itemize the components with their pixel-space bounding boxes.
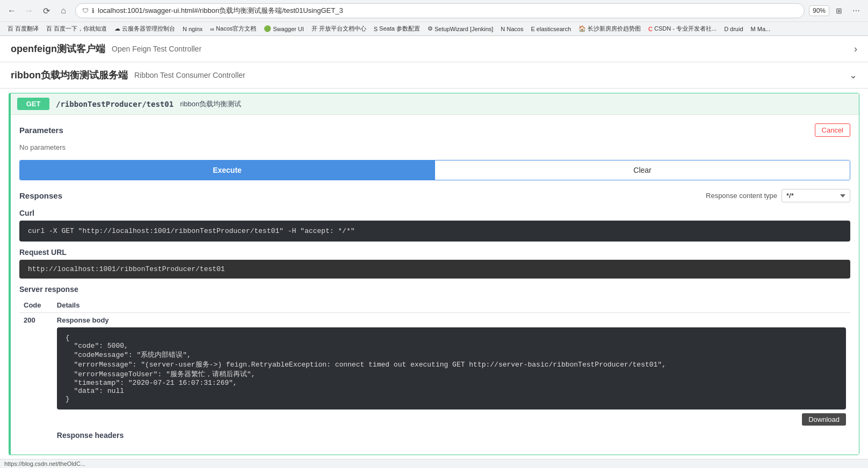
status-bar: https://blog.csdn.net/theOldC... [0, 459, 868, 459]
security-icon: 🛡 [82, 7, 89, 14]
bookmark-icon-11: E [531, 26, 535, 32]
bookmark-icon: 百 [8, 25, 13, 33]
table-row: 200 Response body { "code": 5000, "codeM… [19, 313, 850, 447]
curl-title: Curl [19, 209, 850, 217]
bookmark-baidu-know[interactable]: 百 百度一下，你就知道 [43, 24, 110, 34]
bookmark-icon-15: M [751, 26, 756, 32]
cancel-button[interactable]: Cancel [815, 123, 850, 137]
bookmark-icon-13: C [648, 26, 653, 32]
bookmark-swagger[interactable]: 🟢 Swagger UI [261, 24, 307, 33]
bookmark-es[interactable]: E elasticsearch [528, 25, 575, 33]
request-url-section: Request URL http://localhost:1001/ribbon… [19, 248, 850, 279]
main-content: openfeign测试客户端 Open Feign Test Controlle… [0, 36, 868, 455]
openfeign-section-header[interactable]: openfeign测试客户端 Open Feign Test Controlle… [0, 36, 868, 62]
bookmark-cloud[interactable]: ☁ 云服务器管理控制台 [111, 24, 178, 34]
bookmark-csdn[interactable]: C CSDN - 专业开发者社... [645, 24, 720, 34]
bookmark-icon-14: D [724, 26, 728, 32]
ribbon-collapse-icon: ⌄ [849, 69, 857, 81]
openfeign-title-en: Open Feign Test Controller [112, 45, 201, 53]
bookmark-nacos[interactable]: N Nacos [497, 25, 526, 33]
response-table: Code Details 200 Response body [19, 298, 850, 446]
nav-buttons: ← → ⟳ ⌂ [4, 3, 71, 18]
forward-button[interactable]: → [21, 3, 37, 18]
bookmark-nginx[interactable]: N nginx [179, 25, 206, 33]
bookmark-icon-9: ⚙ [428, 25, 433, 32]
endpoint-header[interactable]: GET /ribbonTestProducer/test01 ribbon负载均… [11, 93, 859, 114]
browser-actions: 90% ⊞ ⋯ [809, 3, 864, 18]
bookmark-icon-8: S [374, 26, 378, 32]
responses-title: Responses [19, 191, 62, 200]
ribbon-section-header[interactable]: ribbon负载均衡测试服务端 Ribbon Test Consumer Con… [0, 62, 868, 89]
lock-icon: ℹ [92, 7, 95, 14]
bookmark-icon-4: N [183, 26, 187, 32]
bookmark-icon-3: ☁ [114, 25, 120, 32]
response-body-container: Response body { "code": 5000, "codeMessa… [57, 316, 846, 410]
curl-code-block: curl -X GET "http://localhost:1001/ribbo… [19, 221, 850, 242]
action-buttons: Execute Clear [19, 160, 850, 180]
responses-header: Responses Response content type */* appl… [19, 189, 850, 202]
ribbon-header-left: ribbon负载均衡测试服务端 Ribbon Test Consumer Con… [11, 69, 245, 82]
curl-section: Curl curl -X GET "http://localhost:1001/… [19, 209, 850, 242]
endpoint-description: ribbon负载均衡测试 [180, 99, 241, 109]
method-badge: GET [17, 98, 49, 110]
browser-chrome: ← → ⟳ ⌂ 🛡 ℹ localhost:1001/swagger-ui.ht… [0, 0, 868, 36]
response-headers-section: Response headers [57, 431, 846, 440]
bookmark-icon-12: 🏠 [578, 25, 586, 32]
content-type-label: Response content type [706, 192, 777, 200]
bookmark-druid[interactable]: D druid [721, 25, 746, 33]
bookmark-seata[interactable]: S Seata 参数配置 [371, 24, 423, 34]
responses-section: Responses Response content type */* appl… [19, 189, 850, 446]
back-button[interactable]: ← [4, 3, 19, 18]
response-content-type-container: Response content type */* application/js… [706, 189, 850, 202]
parameters-title: Parameters [19, 126, 63, 135]
endpoint-body: Parameters Cancel No parameters Execute … [11, 114, 859, 455]
download-button[interactable]: Download [802, 413, 846, 426]
response-body-block: { "code": 5000, "codeMessage": "系统内部错误",… [57, 327, 846, 410]
code-header: Code [19, 298, 53, 313]
server-response-section: Server response Code Details 200 [19, 285, 850, 446]
response-details: Response body { "code": 5000, "codeMessa… [53, 313, 850, 447]
bookmark-icon-2: 百 [46, 25, 52, 33]
response-code: 200 [19, 313, 53, 447]
menu-button[interactable]: ⋯ [849, 3, 864, 18]
bookmarks-bar: 百 百度翻译 百 百度一下，你就知道 ☁ 云服务器管理控制台 N nginx ∞… [0, 21, 868, 35]
bookmark-nacos-docs[interactable]: ∞ Nacos官方文档 [207, 24, 259, 34]
content-type-select[interactable]: */* application/json text/plain [782, 189, 850, 202]
bookmark-icon-5: ∞ [210, 26, 214, 32]
parameters-section-header: Parameters Cancel [19, 123, 850, 137]
address-bar-container[interactable]: 🛡 ℹ localhost:1001/swagger-ui.html#/ribb… [75, 3, 805, 18]
extensions-button[interactable]: ⊞ [831, 3, 847, 18]
details-header: Details [53, 298, 850, 313]
server-response-title: Server response [19, 285, 850, 294]
request-url-title: Request URL [19, 248, 850, 257]
openfeign-header-left: openfeign测试客户端 Open Feign Test Controlle… [11, 42, 201, 55]
home-button[interactable]: ⌂ [56, 3, 71, 18]
zoom-indicator: 90% [809, 5, 829, 16]
endpoint-block: GET /ribbonTestProducer/test01 ribbon负载均… [9, 93, 859, 455]
bookmark-icon-6: 🟢 [264, 25, 271, 32]
clear-button[interactable]: Clear [435, 160, 850, 180]
address-bar-text: localhost:1001/swagger-ui.html#/ribbon负载… [98, 6, 798, 16]
ribbon-title-en: Ribbon Test Consumer Controller [134, 71, 245, 79]
openfeign-title-cn: openfeign测试客户端 [11, 42, 105, 55]
bookmark-openplatform[interactable]: 开 开放平台文档中心 [308, 24, 370, 34]
response-headers-title: Response headers [57, 431, 846, 440]
openfeign-expand-icon: › [854, 43, 857, 55]
bookmark-icon-7: 开 [312, 25, 317, 33]
bookmark-maven[interactable]: M Ma... [748, 25, 774, 33]
browser-toolbar: ← → ⟳ ⌂ 🛡 ℹ localhost:1001/swagger-ui.ht… [0, 0, 868, 21]
no-params-text: No parameters [19, 143, 850, 151]
response-body-title: Response body [57, 316, 846, 324]
ribbon-section: ribbon负载均衡测试服务端 Ribbon Test Consumer Con… [0, 62, 868, 455]
bookmark-house[interactable]: 🏠 长沙新房房价趋势图 [575, 24, 644, 34]
refresh-button[interactable]: ⟳ [39, 3, 54, 18]
endpoint-path: /ribbonTestProducer/test01 [56, 100, 173, 108]
execute-button[interactable]: Execute [20, 160, 435, 180]
bookmark-jenkins[interactable]: ⚙ SetupWizard [Jenkins] [424, 24, 496, 33]
ribbon-title-cn: ribbon负载均衡测试服务端 [11, 69, 128, 82]
bookmark-baidu-translate[interactable]: 百 百度翻译 [4, 24, 42, 34]
bookmark-icon-10: N [501, 26, 505, 32]
request-url-block: http://localhost:1001/ribbonTestProducer… [19, 260, 850, 279]
